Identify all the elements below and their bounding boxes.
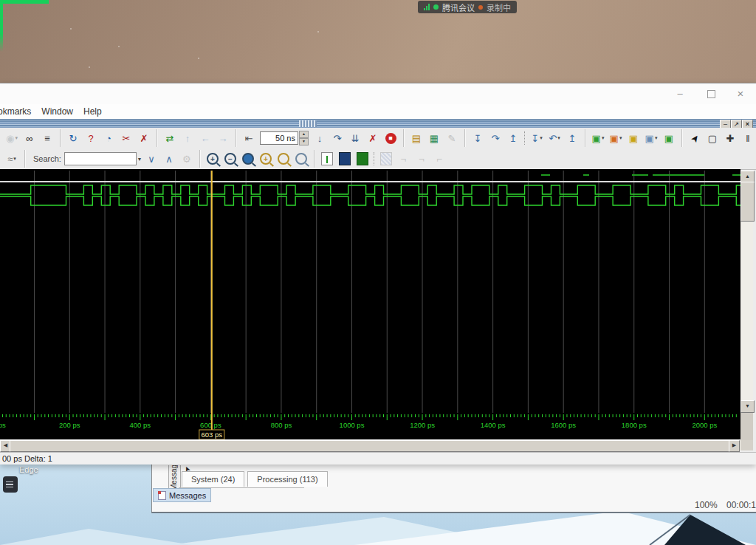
scroll-right-icon[interactable]: ▶ [729, 440, 740, 452]
add-log-icon[interactable]: ▣ [625, 130, 642, 146]
reload-icon[interactable]: ↻ [65, 130, 81, 146]
edge-any-icon[interactable]: ⌐ [431, 151, 447, 167]
examine-icon[interactable]: ✎ [444, 130, 460, 146]
literal-format-icon[interactable] [319, 151, 335, 167]
analog-format-icon[interactable] [378, 151, 394, 167]
find-previous-icon[interactable]: ↷ [487, 130, 504, 146]
search-input[interactable] [64, 152, 137, 165]
cursor-pair-icon[interactable]: ‖ [740, 130, 756, 146]
spin-down-icon[interactable]: ▼ [299, 138, 309, 145]
stop-icon[interactable]: ■ [382, 130, 399, 146]
add-list-icon[interactable]: ▣▾ [608, 130, 624, 146]
add-dataflow-icon[interactable]: ▣▾ [643, 130, 659, 146]
window-close-button[interactable]: × [734, 87, 747, 100]
pane-grip-handle[interactable] [299, 120, 317, 127]
tab-messages[interactable]: Messages [153, 488, 211, 502]
tab-messages-label: Messages [169, 491, 206, 500]
tab-processing[interactable]: Processing (113) [247, 471, 327, 487]
menu-window[interactable]: Window [36, 106, 78, 117]
back-icon[interactable]: ← [197, 130, 213, 146]
event-format-icon[interactable] [354, 151, 371, 167]
goto-time-icon[interactable]: ↶▾ [546, 130, 563, 146]
memory-icon[interactable]: ▦ [426, 130, 442, 146]
pan-mode-icon[interactable]: ✚ [722, 130, 738, 146]
dropdown-arrow-icon[interactable]: ▾ [15, 135, 18, 141]
search-next-icon[interactable]: ∨ [143, 151, 159, 167]
toolbar-separator [374, 152, 375, 165]
zoom-mode-icon[interactable]: ▢ [704, 130, 721, 146]
break-icon[interactable]: ✗ [365, 130, 381, 146]
run-length-field[interactable]: 50 ns▲▼ [260, 131, 309, 145]
cut-icon[interactable]: ✂ [118, 130, 134, 146]
search-dropdown-icon[interactable]: ▼ [137, 151, 142, 166]
forward-icon[interactable]: → [215, 130, 231, 146]
up-icon[interactable]: ↑ [179, 130, 196, 146]
notes-icon[interactable] [3, 476, 18, 493]
edge-fall-icon[interactable]: ¬ [413, 151, 430, 167]
dropdown-arrow-icon[interactable]: ▾ [557, 135, 560, 141]
zoom-out-icon[interactable]: − [222, 151, 238, 167]
help-compile-icon[interactable]: ? [83, 130, 99, 146]
toolbar-group: ➤▢✚‖≣ [682, 129, 756, 147]
waveform-canvas[interactable]: 0 ps200 ps400 ps600 ps800 ps1000 ps1200 … [0, 169, 740, 439]
window-titlebar[interactable]: – × [0, 83, 756, 104]
goto-previous-icon[interactable]: ↥ [564, 130, 580, 146]
vertical-scroll-thumb[interactable] [740, 182, 755, 222]
tab-system[interactable]: System (24) [182, 471, 244, 487]
edge-shortcut-label[interactable]: Edge [19, 465, 38, 474]
wave-vertical-scrollbar[interactable]: ▲ ▼ [740, 171, 753, 413]
axis-label: 1200 ps [410, 421, 435, 429]
continue-run-icon[interactable]: ↷ [329, 130, 346, 146]
window-maximize-button[interactable] [704, 87, 718, 100]
axis-label: 800 ps [271, 421, 292, 429]
profile-icon[interactable]: ▤ [408, 130, 425, 146]
zoom-full-icon[interactable] [240, 151, 256, 167]
find-rising-edge-icon[interactable]: ↥ [505, 130, 521, 146]
run-icon[interactable]: ↓ [312, 130, 328, 146]
dropdown-arrow-icon[interactable]: ▾ [540, 135, 543, 141]
dropdown-arrow-icon[interactable]: ▾ [602, 135, 605, 141]
wave-horizontal-scrollbar[interactable]: ◀ ▶ [0, 440, 740, 450]
dropdown-arrow-icon[interactable]: ▾ [655, 135, 658, 141]
window-minimize-button[interactable]: – [673, 87, 687, 100]
menu-bookmarks[interactable]: okmarks [0, 106, 36, 117]
zoom-range-icon-glyph [278, 153, 289, 165]
swap-icon-glyph: ⇄ [166, 133, 174, 144]
dropdown-arrow-icon[interactable]: ▾ [13, 156, 16, 162]
add-schematic-icon[interactable]: ▣ [661, 130, 677, 146]
recorder-time: 00:00:19 [726, 500, 756, 510]
run-all-icon-glyph: ⇊ [351, 133, 360, 144]
add-wave-icon[interactable]: ▣▾ [590, 130, 606, 146]
hierarchy-icon[interactable]: ≡ [39, 130, 55, 146]
run-length-value[interactable]: 50 ns [260, 131, 298, 145]
menu-help[interactable]: Help [78, 106, 107, 117]
meeting-status-pill[interactable]: 腾讯会议 录制中 [418, 1, 517, 13]
restore-run-icon[interactable]: ⇤ [241, 130, 257, 146]
logic-format-icon[interactable] [337, 151, 353, 167]
swap-icon[interactable]: ⇄ [162, 130, 178, 146]
search-options-icon[interactable]: ⚙ [179, 151, 195, 167]
zoom-mode2-icon[interactable] [293, 151, 309, 167]
zoom-in-icon[interactable]: + [205, 151, 221, 167]
zoom-range-icon[interactable] [275, 151, 292, 167]
edge-rise-icon[interactable]: ⌐ [396, 151, 412, 167]
zoom-cursor-icon[interactable]: + [258, 151, 274, 167]
spin-up-icon[interactable]: ▲ [299, 131, 309, 138]
find-icon[interactable]: ∞ [21, 130, 38, 146]
run-all-icon[interactable]: ⇊ [347, 130, 363, 146]
filter-icon[interactable]: ≈▾ [4, 151, 20, 167]
goto-next-icon[interactable]: ↧▾ [529, 130, 545, 146]
select-mode-icon-glyph: ➤ [688, 131, 702, 145]
modelsim-window: – × okmarks Window Help – ↗ × ◉▾∞≡↻?◔✂✗⇄… [0, 83, 756, 465]
clock-icon[interactable]: ◔ [100, 130, 117, 146]
delete-icon[interactable]: ✗ [136, 130, 152, 146]
find-falling-edge-icon[interactable]: ↧ [470, 130, 486, 146]
logic-format-icon-glyph [339, 152, 351, 165]
select-mode-icon[interactable]: ➤ [687, 130, 703, 146]
dropdown-arrow-icon[interactable]: ▾ [619, 135, 622, 141]
run-length-spinner[interactable]: ▲▼ [299, 131, 309, 145]
horizontal-scroll-thumb[interactable] [10, 440, 729, 452]
search-prev-icon[interactable]: ∧ [161, 151, 177, 167]
recent-icon[interactable]: ◉▾ [4, 130, 20, 146]
scroll-down-icon[interactable]: ▼ [740, 400, 755, 413]
